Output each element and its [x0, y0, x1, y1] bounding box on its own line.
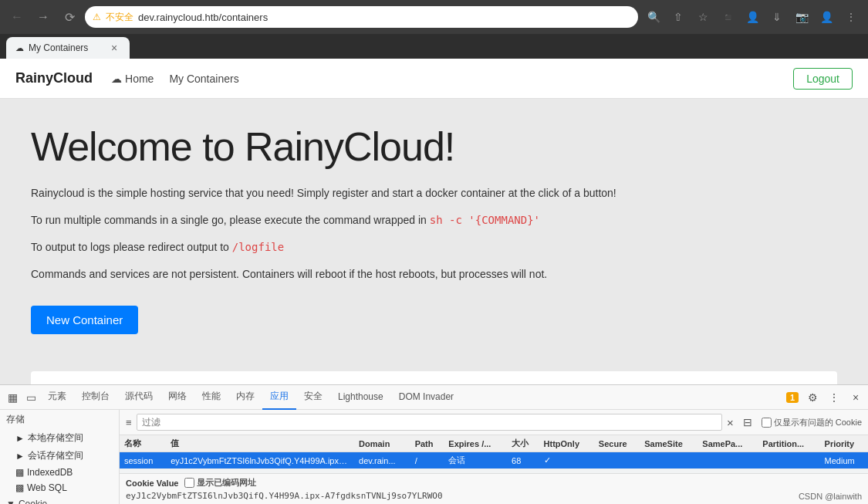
address-bar[interactable]: ⚠ 不安全 dev.rainycloud.htb/containers: [85, 6, 638, 28]
devtools-inspect-btn[interactable]: ▦: [3, 388, 22, 407]
cookie-filter-input[interactable]: [137, 414, 722, 431]
devtools-main: ≡ × ⊟ 仅显示有问题的 Cookie: [120, 410, 868, 504]
col-samesite[interactable]: SameSite: [640, 435, 697, 452]
tab-performance[interactable]: 性能: [194, 385, 228, 410]
col-port: Port: [284, 371, 400, 384]
cookie-section-title[interactable]: ▼ Cookie: [0, 496, 119, 504]
url-text: dev.rainycloud.htb/containers: [138, 12, 630, 23]
home-link[interactable]: ☁ Home: [111, 73, 154, 85]
col-name[interactable]: 名称: [120, 435, 166, 452]
new-container-button[interactable]: New Container: [31, 306, 138, 334]
devtools-filters: ≡ × ⊟ 仅显示有问题的 Cookie: [120, 410, 868, 435]
desc2-code: sh -c '{COMMAND}': [430, 214, 540, 226]
col-samepa[interactable]: SamePa...: [697, 435, 758, 452]
col-httponly[interactable]: HttpOnly: [539, 435, 594, 452]
websql-item[interactable]: ▩ Web SQL: [0, 480, 119, 496]
tab-dom-invader[interactable]: DOM Invader: [391, 385, 461, 410]
cookie-issues-label: 仅显示有问题的 Cookie: [774, 417, 862, 428]
decode-checkbox[interactable]: [184, 478, 194, 488]
indexeddb-item[interactable]: ▩ IndexedDB: [0, 465, 119, 480]
device-btn[interactable]: 📷: [791, 6, 812, 28]
col-value[interactable]: 值: [166, 435, 354, 452]
download-btn[interactable]: ⇓: [766, 6, 788, 28]
tab-close-btn[interactable]: ×: [108, 42, 120, 54]
more-btn[interactable]: ⋮: [840, 6, 862, 28]
tab-application[interactable]: 应用: [262, 385, 296, 410]
local-storage-item[interactable]: ► 本地存储空间: [0, 429, 119, 447]
cookie-samepa-cell: [697, 452, 758, 469]
table-header-row: Container Name Port Status Image Actions: [31, 371, 837, 384]
extension-btn[interactable]: ◾: [717, 6, 738, 28]
filter-icon[interactable]: ≡: [126, 417, 132, 428]
cookie-table-header: 名称 值 Domain Path Expires /... 大小 HttpOnl…: [120, 435, 868, 452]
reload-btn[interactable]: ⟳: [59, 6, 80, 28]
cookie-value-display: eyJ1c2VybmFtZTSI6lnJvb3QifQ.Y4H99A.ipx-A…: [126, 491, 862, 501]
col-domain[interactable]: Domain: [354, 435, 410, 452]
page-wrapper: RainyCloud ☁ Home My Containers Logout W…: [0, 59, 868, 504]
col-priority[interactable]: Priority: [820, 435, 868, 452]
devtools-toolbar-actions: 1 ⚙ ⋮ ×: [786, 388, 865, 407]
devtools-toolbar: ▦ ▭ 元素 控制台 源代码 网络 性能 内存 应用 安全 Lighthouse…: [0, 385, 868, 410]
tab-console[interactable]: 控制台: [74, 385, 117, 410]
tab-memory[interactable]: 内存: [228, 385, 262, 410]
col-secure[interactable]: Secure: [594, 435, 640, 452]
col-actions: Actions: [681, 371, 837, 384]
cookie-issues-filter[interactable]: 仅显示有问题的 Cookie: [762, 417, 862, 428]
active-tab[interactable]: ☁ My Containers ×: [6, 37, 130, 59]
welcome-desc-1: Rainycloud is the simple hosting service…: [31, 185, 837, 201]
account-btn[interactable]: 👤: [816, 6, 837, 28]
devtools-sidebar: 存储 ► 本地存储空间 ► 会话存储空间 ▩ IndexedDB ▩ Web S…: [0, 410, 120, 504]
tab-network[interactable]: 网络: [160, 385, 194, 410]
session-storage-icon: ►: [15, 451, 25, 462]
cookie-issues-checkbox[interactable]: [762, 418, 772, 428]
forward-btn[interactable]: →: [32, 6, 54, 28]
devtools-content: 存储 ► 本地存储空间 ► 会话存储空间 ▩ IndexedDB ▩ Web S…: [0, 410, 868, 504]
containers-table: Container Name Port Status Image Actions: [31, 371, 837, 384]
filter-actions: × ⊟: [727, 413, 757, 431]
decode-checkbox-label[interactable]: 显示已编码网址: [184, 477, 256, 489]
tab-lighthouse[interactable]: Lighthouse: [330, 385, 391, 410]
profile-btn[interactable]: 👤: [741, 6, 763, 28]
col-expires[interactable]: Expires /...: [444, 435, 507, 452]
tab-sources[interactable]: 源代码: [117, 385, 160, 410]
main-content: Welcome to RainyCloud! Rainycloud is the…: [0, 99, 868, 384]
cookie-value-label: Cookie Value: [126, 479, 178, 488]
share-btn[interactable]: ⇧: [667, 6, 689, 28]
tab-performance-label: 性能: [202, 390, 221, 403]
search-btn[interactable]: 🔍: [643, 6, 664, 28]
col-partition[interactable]: Partition...: [758, 435, 819, 452]
indexeddb-icon: ▩: [15, 467, 24, 478]
session-storage-item[interactable]: ► 会话存储空间: [0, 447, 119, 465]
filter-clear-btn[interactable]: ×: [727, 416, 734, 429]
cookie-samesite-cell: [640, 452, 697, 469]
col-image: Image: [542, 371, 681, 384]
my-containers-link[interactable]: My Containers: [169, 73, 238, 85]
devtools-settings-btn[interactable]: ⚙: [803, 388, 822, 407]
devtools-device-btn[interactable]: ▭: [22, 388, 40, 407]
col-path[interactable]: Path: [410, 435, 444, 452]
local-storage-icon: ►: [15, 433, 25, 444]
cookie-expires-cell: 会话: [444, 452, 507, 469]
col-size[interactable]: 大小: [507, 435, 539, 452]
bookmark-btn[interactable]: ☆: [692, 6, 714, 28]
back-btn[interactable]: ←: [6, 6, 28, 28]
tab-security[interactable]: 安全: [296, 385, 330, 410]
filter-funnel-btn[interactable]: ⊟: [738, 413, 757, 431]
cookie-row-session[interactable]: session eyJ1c2VybmFtZTSI6lnJvb3QifQ.Y4H9…: [120, 452, 868, 469]
nav-links: ☁ Home My Containers: [111, 73, 239, 85]
cookie-secure-cell: [594, 452, 640, 469]
devtools-close-btn[interactable]: ×: [846, 388, 865, 407]
devtools-more-btn[interactable]: ⋮: [825, 388, 843, 407]
desc2-prefix: To run multiple commands in a single go,…: [31, 214, 430, 226]
cookie-path-cell: /: [410, 452, 444, 469]
welcome-section: Welcome to RainyCloud! Rainycloud is the…: [31, 123, 837, 353]
local-storage-label: 本地存储空间: [28, 431, 83, 445]
csdn-badge: CSDN @lainwith: [799, 492, 862, 501]
session-storage-label: 会话存储空间: [28, 449, 83, 462]
cookie-table-container[interactable]: 名称 值 Domain Path Expires /... 大小 HttpOnl…: [120, 435, 868, 473]
logout-button[interactable]: Logout: [793, 68, 853, 90]
tab-favicon: ☁: [15, 43, 24, 53]
tab-elements[interactable]: 元素: [40, 385, 74, 410]
cookie-expand-icon: ▼: [6, 499, 15, 504]
storage-section-title[interactable]: 存储: [0, 410, 119, 429]
